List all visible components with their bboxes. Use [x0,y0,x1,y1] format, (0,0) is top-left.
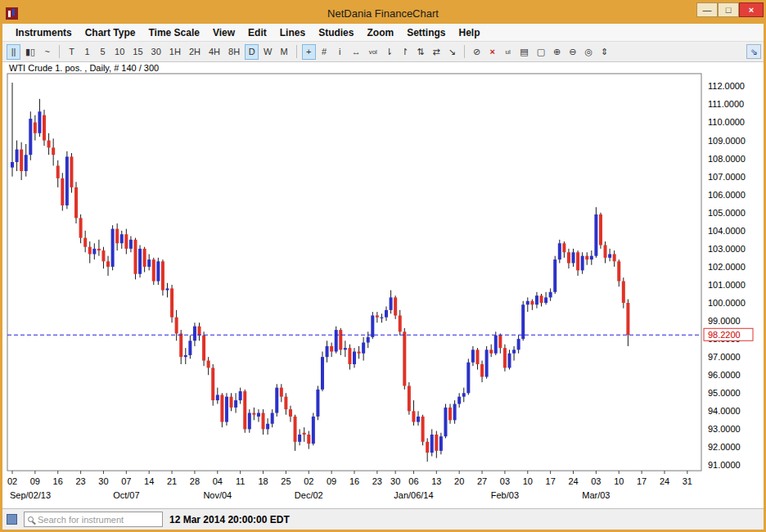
y-axis-label: 108.0000 [708,154,746,164]
minimize-button[interactable]: — [696,2,718,17]
labels-button[interactable]: ul [501,44,515,60]
zoom-in-button[interactable]: ⊕ [550,44,564,60]
x-tick-label: 03 [591,476,601,486]
candle-body [234,400,237,408]
zoom-area-button[interactable]: ◎ [581,44,596,60]
x-tick-label: 24 [568,476,578,486]
menu-settings[interactable]: Settings [400,25,452,40]
close-button[interactable]: × [739,2,764,17]
ask-line-button[interactable]: ↾ [398,44,412,60]
timeframe-monthly-button[interactable]: M [277,44,291,60]
titlebar[interactable]: NetDania FinanceChart — □ × [2,2,764,24]
candle-body [88,247,92,255]
compare-button[interactable]: ⇄ [430,44,444,60]
x-tick-label: 03 [500,476,510,486]
x-tick-label: 04 [213,476,223,486]
menu-studies[interactable]: Studies [312,25,360,40]
timeframe-daily-button[interactable]: D [245,44,259,60]
search-input[interactable] [38,515,159,525]
menu-chart-type[interactable]: Chart Type [79,25,142,40]
price-axis: 91.000092.000093.000094.000095.000096.00… [708,81,746,470]
timeframe-5-button[interactable]: 5 [96,44,110,60]
candle-body [34,123,37,133]
bid-line-button[interactable]: ⇂ [382,44,396,60]
print-button[interactable]: ▤ [516,44,531,60]
menu-time-scale[interactable]: Time Scale [142,25,205,40]
menu-lines[interactable]: Lines [273,25,312,40]
volume-button[interactable]: vol [366,44,381,60]
candle-body [298,435,301,442]
maximize-button[interactable]: □ [718,2,739,17]
candle-body [161,261,164,290]
trendline-button[interactable]: ↘ [445,44,459,60]
month-label: Mar/03 [582,490,610,500]
candle-body [284,397,287,409]
scroll-horizontal-button[interactable]: ↔ [349,44,364,60]
x-tick-label: 30 [390,476,400,486]
popout-button[interactable]: ⇘ [746,44,761,59]
delete-all-button[interactable]: × [485,44,499,60]
timeframe-weekly-button[interactable]: W [260,44,275,60]
candle-body [61,178,64,205]
candle-body [65,156,69,205]
ohlc-chart-button[interactable]: || [7,44,20,60]
search-box[interactable] [24,512,163,527]
x-tick-label: 17 [637,476,647,486]
x-tick-label: 16 [53,476,63,486]
updown-markers-button[interactable]: ⇅ [413,44,427,60]
timeframe-1-button[interactable]: 1 [80,44,94,60]
timeframe-15-button[interactable]: 15 [129,44,146,60]
candlestick-chart-button[interactable]: ▮▯ [22,44,38,60]
price-chart[interactable]: 91.000092.000093.000094.000095.000096.00… [2,62,764,508]
candle-body [367,337,370,343]
line-chart-button[interactable]: ~ [40,44,54,60]
menu-help[interactable]: Help [452,25,486,40]
crosshair-button[interactable]: + [302,44,316,60]
y-axis-label: 107.0000 [708,172,746,182]
x-tick-label: 30 [98,476,108,486]
instrument-list-icon[interactable] [7,514,17,525]
zoom-out-button[interactable]: ⊖ [565,44,579,60]
info-button[interactable]: i [333,44,347,60]
y-axis-label: 96.0000 [708,370,741,380]
timeframe-10-button[interactable]: 10 [111,44,128,60]
x-tick-label: 02 [304,476,313,486]
candle-body [16,150,19,162]
candles-layer[interactable] [11,83,629,462]
x-tick-label: 31 [683,476,692,486]
menu-instruments[interactable]: Instruments [9,25,79,40]
y-axis-label: 99.0000 [708,316,741,326]
timeframe-tick-button[interactable]: T [65,44,79,60]
candle-body [316,390,319,417]
fit-scale-button[interactable]: ⇕ [597,44,611,60]
candle-body [540,295,543,303]
menu-zoom[interactable]: Zoom [360,25,400,40]
menu-view[interactable]: View [206,25,241,40]
print-preview-button[interactable]: ▢ [534,44,548,60]
x-tick-label: 16 [349,476,359,486]
candle-body [485,349,489,376]
timeframe-30-button[interactable]: 30 [148,44,164,60]
candle-body [115,229,119,244]
timeframe-4h-button[interactable]: 4H [205,44,223,60]
candle-body [330,346,333,352]
remove-study-button[interactable]: ⊘ [470,44,484,60]
last-price-label: 98.2200 [708,330,741,340]
menu-bar: InstrumentsChart TypeTime ScaleViewEditL… [2,24,764,42]
y-axis-label: 105.0000 [708,208,746,218]
menu-edit[interactable]: Edit [241,25,273,40]
grid-button[interactable]: # [318,44,331,60]
timeframe-1h-button[interactable]: 1H [166,44,184,60]
y-axis-label: 93.0000 [708,424,741,434]
timeframe-8h-button[interactable]: 8H [225,44,243,60]
x-tick-label: 10 [523,476,533,486]
timeframe-2h-button[interactable]: 2H [186,44,204,60]
x-tick-label: 09 [327,476,336,486]
candle-body [147,259,151,267]
candle-body [617,261,620,281]
candle-body [312,417,315,444]
candle-body [106,261,110,267]
month-label: Nov/04 [203,490,232,500]
candle-body [175,318,178,334]
toolbar-separator [464,45,465,58]
